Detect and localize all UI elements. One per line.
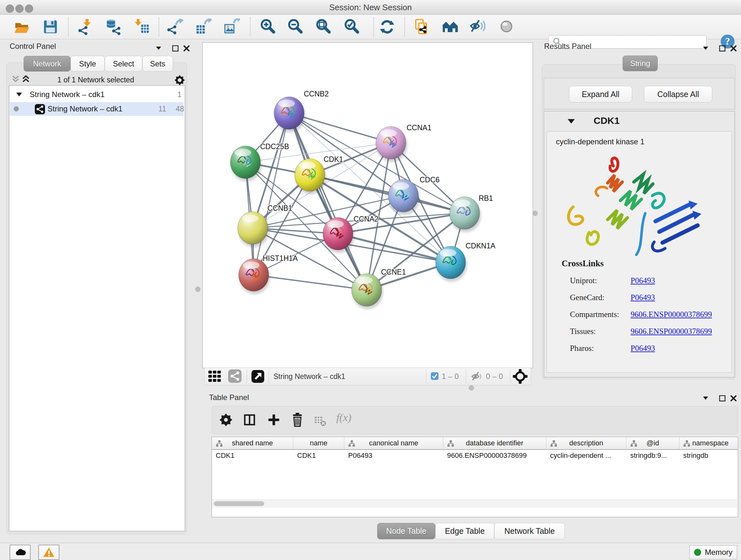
delete-table-icon-disabled[interactable] — [313, 415, 327, 428]
table-cell[interactable]: stringdb:9... — [626, 450, 679, 461]
hide-panels-button[interactable] — [469, 18, 487, 36]
export-network-button[interactable] — [166, 18, 184, 36]
birds-eye-view-icon[interactable] — [252, 370, 264, 383]
crosslink-value-link[interactable]: P06493 — [630, 293, 655, 302]
column-header-shared-name[interactable]: shared name — [212, 437, 293, 450]
zoom-selected-button[interactable] — [343, 18, 361, 36]
node-label-RB1: RB1 — [479, 194, 493, 202]
refresh-button[interactable] — [378, 18, 396, 36]
column-header-description[interactable]: description — [546, 437, 626, 450]
section-expander-icon[interactable] — [568, 118, 576, 124]
column-header-label: database identifier — [466, 439, 523, 447]
right-splitter-handle[interactable] — [533, 211, 538, 216]
network-node-CCNB2[interactable] — [274, 97, 306, 132]
column-header--id[interactable]: @id — [626, 437, 679, 450]
crosslink-value-link[interactable]: P06493 — [630, 344, 655, 353]
network-overview-share-icon[interactable] — [228, 369, 242, 383]
collapse-panel-icon[interactable] — [156, 47, 161, 50]
tree-expander-icon[interactable] — [16, 92, 23, 97]
hidden-eye-slash-icon[interactable] — [471, 371, 483, 381]
fit-selected-crosshair-icon[interactable] — [513, 369, 528, 384]
crosslink-value-link[interactable]: P06493 — [630, 276, 655, 285]
network-node-CCNA2[interactable] — [323, 217, 354, 253]
show-panels-button[interactable] — [497, 18, 515, 36]
network-edge-CCNB2-CCNE1[interactable] — [289, 113, 367, 290]
network-edge-HIST1H1A-CCNE1[interactable] — [254, 275, 367, 290]
network-tree-root-row[interactable]: String Network – cdk1 1 — [9, 87, 184, 102]
tab-style[interactable]: Style — [71, 56, 105, 71]
network-edge-CDK1-RB1[interactable] — [310, 175, 465, 213]
expand-all-button[interactable]: Expand All — [569, 86, 632, 103]
collapse-panel-icon[interactable] — [703, 47, 708, 50]
crosslink-row: Pharos: P06493 — [570, 340, 723, 357]
close-panel-icon[interactable] — [731, 46, 736, 51]
table-cell[interactable]: CDK1 — [293, 450, 344, 461]
network-node-RB1[interactable] — [450, 197, 481, 232]
crosslink-value-link[interactable]: 9606.ENSP00000378699 — [630, 310, 712, 319]
zoom-fit-button[interactable] — [315, 18, 333, 36]
import-table-file-button[interactable] — [133, 18, 151, 36]
export-image-button[interactable] — [223, 18, 241, 36]
column-header-canonical-name[interactable]: canonical name — [344, 437, 443, 450]
column-header-database-identifier[interactable]: database identifier — [443, 437, 546, 450]
collapse-all-networks-icon[interactable] — [13, 76, 18, 81]
network-edge-CCNB2-HIST1H1A[interactable] — [254, 113, 289, 275]
expand-all-networks-icon[interactable] — [23, 76, 29, 82]
tab-network[interactable]: Network — [23, 56, 71, 71]
collapse-all-button[interactable]: Collapse All — [644, 86, 712, 103]
tab-sets[interactable]: Sets — [142, 56, 173, 71]
home-button[interactable] — [441, 18, 459, 36]
show-columns-icon[interactable] — [243, 413, 257, 427]
collapse-panel-icon[interactable] — [703, 396, 708, 400]
zoom-out-button[interactable] — [286, 18, 305, 36]
network-canvas[interactable]: CCNB2CCNA1CDC25BCDK1CDC6RB1CCNB1CCNA2CDK… — [203, 43, 532, 367]
network-node-CDC25B[interactable] — [230, 146, 262, 181]
table-settings-gear-icon[interactable] — [219, 413, 233, 427]
network-options-gear-icon[interactable] — [174, 75, 185, 85]
export-table-button[interactable] — [194, 18, 212, 36]
network-node-CDK1[interactable] — [295, 159, 326, 194]
tab-select[interactable]: Select — [105, 56, 142, 71]
close-panel-icon[interactable] — [184, 46, 189, 51]
left-splitter-handle[interactable] — [195, 287, 200, 292]
import-network-file-button[interactable] — [77, 18, 94, 36]
table-cell[interactable]: P06493 — [344, 450, 443, 461]
float-panel-icon[interactable] — [720, 46, 725, 51]
bottom-splitter-handle[interactable] — [469, 385, 474, 390]
warnings-button[interactable] — [38, 545, 59, 560]
network-node-HIST1H1A[interactable] — [239, 259, 270, 294]
table-horizontal-scrollbar[interactable] — [212, 500, 737, 508]
network-node-CCNA1[interactable] — [376, 126, 407, 162]
memory-button[interactable]: Memory — [689, 545, 737, 559]
crosslink-value-link[interactable]: 9606.ENSP00000378699 — [630, 327, 712, 336]
network-tree-row[interactable]: String Network – cdk1 11 48 — [10, 102, 184, 116]
save-session-button[interactable] — [42, 18, 59, 36]
tab-network-table[interactable]: Network Table — [494, 523, 565, 539]
delete-column-trash-icon[interactable] — [290, 412, 305, 428]
close-panel-icon[interactable] — [731, 396, 736, 401]
float-panel-icon[interactable] — [173, 46, 178, 51]
scrollbar-thumb[interactable] — [214, 501, 264, 506]
grid-view-icon[interactable] — [208, 370, 223, 383]
open-session-button[interactable] — [13, 18, 30, 36]
table-cell[interactable]: CDK1 — [212, 450, 293, 461]
tab-edge-table[interactable]: Edge Table — [435, 523, 494, 539]
zoom-in-button[interactable] — [259, 18, 277, 36]
import-network-database-button[interactable] — [105, 18, 123, 36]
cloud-status-button[interactable] — [10, 545, 30, 560]
string-import-button[interactable] — [413, 18, 431, 36]
float-panel-icon[interactable] — [720, 395, 725, 401]
table-cell[interactable]: cyclin-dependent ... — [546, 450, 626, 461]
network-node-CDKN1A[interactable] — [435, 246, 467, 282]
table-cell[interactable]: 9606.ENSP00000378699 — [443, 450, 546, 461]
node-description: cyclin-dependent kinase 1 — [556, 137, 645, 146]
function-builder-icon-disabled[interactable]: f(x) — [336, 412, 351, 424]
column-header-name[interactable]: name — [293, 437, 344, 450]
network-node-CCNE1[interactable] — [352, 273, 383, 309]
table-cell[interactable]: stringdb — [679, 450, 738, 461]
tab-node-table[interactable]: Node Table — [377, 523, 435, 539]
create-column-plus-icon[interactable] — [267, 413, 281, 427]
tab-string[interactable]: String — [623, 56, 658, 71]
selected-checkbox-icon[interactable] — [431, 372, 439, 381]
column-header-namespace[interactable]: namespace — [679, 437, 738, 450]
